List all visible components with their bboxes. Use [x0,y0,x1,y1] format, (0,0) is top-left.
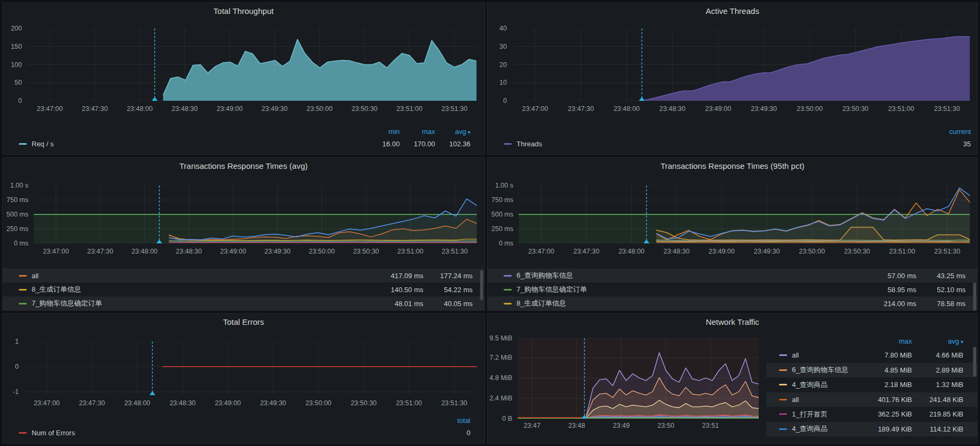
legend-value: 48.01 ms [374,300,423,308]
legend-label: Req / s [32,140,54,148]
x-tick-label: 23:49:30 [265,248,291,255]
legend-sort-max[interactable]: max [400,128,435,136]
y-tick-label: 4.8 MiB [490,374,512,382]
legend-value: 241.48 KiB [912,396,963,404]
legend-value: 1.32 MiB [912,381,963,389]
y-tick-label: 750 ms [6,196,28,204]
x-tick-label: 23:49:00 [220,248,246,255]
x-tick-label: 23:49:00 [709,248,735,255]
legend-item[interactable]: 4_查询商品2.18 MiB1.32 MiB [766,377,977,392]
y-tick-label: 1.00 s [495,182,513,189]
legend-label: 6_查询购物车信息 [517,271,573,280]
legend-value: 35 [933,140,971,148]
panel-title[interactable]: Transactions Response Times (95th pct) [488,158,977,174]
plot-area[interactable] [34,185,477,243]
y-tick-label: 40 [499,25,507,32]
legend: all417.09 ms177.24 ms8_生成订单信息140.50 ms54… [3,269,484,310]
legend-item[interactable]: 6_查询购物车信息57.00 ms43.25 ms [488,269,977,283]
legend-sort-current[interactable]: current [933,128,971,136]
x-tick-label: 23:50:00 [306,105,333,113]
legend-value: 4.66 MiB [912,351,963,359]
panel-network-traffic: Network Traffic 0 B2.4 MiB4.8 MiB7.2 MiB… [487,313,978,444]
series-color-icon [504,303,512,304]
legend-scrollbar[interactable] [480,270,483,300]
legend-scrollbar[interactable] [973,347,976,377]
legend-label: 4_查询商品 [792,380,827,390]
panel-title[interactable]: Network Traffic [488,314,977,330]
x-tick-label: 23:47:30 [568,105,594,113]
legend-value: 7.80 MiB [861,351,912,359]
legend-item[interactable]: Req / s16.00170.00102.36 [19,137,470,150]
legend-value: 0 [436,429,470,437]
legend-value: 2.18 MiB [861,381,912,389]
legend-item[interactable]: 6_查询购物车信息4.85 MiB2.89 MiB [766,363,977,378]
legend-value: 16.00 [364,140,400,148]
x-tick-label: 23:48 [568,422,585,429]
legend-label: Num of Errors [32,429,75,437]
panel-total-errors: Total Errors 10-1 23:47:0023:47:3023:48:… [2,313,485,444]
legend-item[interactable]: Num of Errors0 [19,426,470,439]
y-tick-label: 7.2 MiB [490,354,512,361]
panel-title[interactable]: Total Throughput [3,3,484,19]
legend-sort-total[interactable]: total [436,417,470,425]
legend-item[interactable]: 8_生成订单信息214.00 ms78.58 ms [488,296,977,310]
legend-item[interactable]: 1_打开首页362.25 KiB219.85 KiB [766,407,977,422]
x-tick-label: 23:47:00 [34,399,60,407]
x-tick-label: 23:50:00 [797,105,823,113]
legend-value: 140.50 ms [374,286,423,294]
legend-scrollbar[interactable] [973,283,976,310]
legend-sort-max[interactable]: max [861,337,912,345]
legend-sort-avg[interactable]: avg▾ [912,337,963,345]
legend-label: 1_打开首页 [792,410,827,419]
x-tick-label: 23:49:30 [754,248,780,255]
legend-sort-avg[interactable]: avg▾ [435,128,470,136]
x-tick-label: 23:48:30 [660,105,686,113]
legend-item[interactable]: Threads35 [504,137,971,150]
legend-label: Threads [517,140,542,148]
legend-item[interactable]: all401.76 KiB241.48 KiB [766,392,977,407]
x-tick-label: 23:50:00 [305,399,332,407]
x-axis: 23:47:0023:47:3023:48:0023:48:3023:49:00… [24,399,477,409]
annotation-marker [639,97,645,101]
series-color-icon [779,428,787,430]
x-tick-label: 23:47:30 [79,399,105,407]
series-color-icon [779,354,787,356]
legend-item[interactable]: 4_查询商品189.49 KiB114.12 KiB [766,422,977,437]
plot-area[interactable] [512,28,970,101]
series-color-icon [779,369,787,371]
legend-label: all [32,272,39,280]
legend-sort-min[interactable]: min [364,128,400,136]
panel-title[interactable]: Transactions Response Times (avg) [3,158,484,174]
legend-label: 4_查询商品 [792,424,827,434]
legend-value: 214.00 ms [867,300,916,308]
sort-caret-icon: ▾ [961,339,963,345]
legend-value: 4.85 MiB [861,366,912,374]
plot-area[interactable] [518,338,759,419]
legend-item[interactable]: all417.09 ms177.24 ms [3,269,484,283]
y-tick-label: 500 ms [491,211,513,218]
legend: 6_查询购物车信息57.00 ms43.25 ms7_购物车信息确定订单58.9… [488,269,977,310]
x-tick-label: 23:48:00 [618,248,645,255]
x-tick-label: 23:51 [702,422,719,429]
legend-item[interactable]: all7.80 MiB4.66 MiB [766,348,977,363]
x-tick-label: 23:49:30 [260,399,286,407]
legend-item[interactable]: 7_购物车信息确定订单58.95 ms52.10 ms [488,283,977,296]
x-tick-label: 23:51:30 [441,399,467,407]
legend-label: all [792,396,799,404]
y-tick-label: 200 [11,25,22,32]
legend-header-row: maxavg▾ [766,334,977,348]
legend-item[interactable]: 8_生成订单信息140.50 ms54.22 ms [3,283,484,296]
plot-area[interactable] [27,28,477,101]
panel-title[interactable]: Active Threads [488,3,977,19]
x-axis: 23:47:0023:47:3023:48:0023:48:3023:49:00… [34,248,477,257]
panel-active-threads: Active Threads 010203040 23:47:0023:47:3… [487,2,978,155]
legend-value: 177.24 ms [423,272,473,280]
series-color-icon [779,384,787,385]
x-tick-label: 23:50:00 [799,248,825,255]
legend-header-row: current [504,125,971,137]
plot-area[interactable] [519,185,970,243]
y-axis: 050100150200 [3,28,27,101]
legend-item[interactable]: 7_购物车信息确定订单48.01 ms40.05 ms [3,296,484,310]
plot-area[interactable] [24,341,477,395]
panel-title[interactable]: Total Errors [3,314,484,330]
